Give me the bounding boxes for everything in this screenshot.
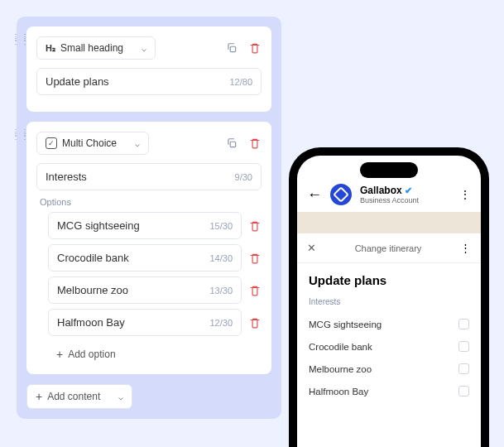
chevron-down-icon: ⌵ — [118, 392, 123, 401]
copy-icon[interactable] — [225, 137, 238, 150]
sheet-heading: Update plans — [309, 273, 469, 287]
option-input[interactable] — [57, 316, 209, 329]
option-input[interactable] — [57, 284, 209, 296]
trash-icon[interactable] — [248, 41, 262, 55]
block-type-label: Multi Choice — [62, 137, 117, 149]
account-name-text: Gallabox — [360, 185, 402, 196]
choice-row[interactable]: MCG sightseeing — [309, 313, 469, 335]
add-option-label: Add option — [68, 348, 115, 360]
question-input-row: 9/30 — [36, 163, 262, 190]
option-input[interactable] — [57, 252, 209, 264]
char-counter: 14/30 — [209, 253, 233, 263]
account-info: Gallabox ✔ Business Account — [360, 185, 451, 204]
char-counter: 15/30 — [209, 221, 233, 231]
drag-handle-icon[interactable]: ⋮⋮⋮⋮ — [12, 130, 22, 138]
form-builder-panel: ⋮⋮⋮⋮ H₂ Small heading ⌵ 12/80 ⋮⋮⋮⋮ — [17, 17, 281, 419]
sheet-header: ✕ Change itinerary ⋮ — [297, 233, 481, 263]
checkbox-icon — [458, 319, 469, 329]
account-subtitle: Business Account — [360, 196, 451, 204]
options-label: Options — [40, 197, 262, 207]
trash-icon[interactable] — [248, 252, 262, 265]
block-type-select[interactable]: ✓ Multi Choice ⌵ — [36, 132, 149, 155]
checkbox-icon — [458, 386, 469, 397]
question-input[interactable] — [46, 171, 235, 183]
account-name: Gallabox ✔ — [360, 185, 451, 196]
checkbox-icon — [458, 341, 469, 352]
heading-input[interactable] — [46, 75, 229, 88]
heading-block: ⋮⋮⋮⋮ H₂ Small heading ⌵ 12/80 — [26, 26, 271, 112]
svg-rect-0 — [230, 46, 235, 51]
option-input[interactable] — [57, 219, 209, 232]
checkbox-icon — [458, 363, 469, 374]
trash-icon[interactable] — [248, 284, 262, 297]
svg-rect-1 — [230, 142, 235, 147]
sheet-title: Change itinerary — [316, 243, 460, 253]
char-counter: 12/80 — [229, 77, 252, 87]
option-input-row: 13/30 — [48, 276, 242, 304]
block-actions — [225, 137, 262, 150]
interests-label: Interests — [309, 297, 469, 306]
copy-icon[interactable] — [225, 41, 238, 55]
choice-row[interactable]: Halfmoon Bay — [309, 380, 469, 402]
menu-dots-icon[interactable]: ⋮ — [460, 242, 471, 254]
option-input-row: 12/30 — [48, 309, 242, 336]
option-input-row: 15/30 — [48, 212, 242, 239]
choice-label: Crocodile bank — [309, 342, 372, 352]
heading-input-row: 12/80 — [36, 68, 262, 95]
option-input-row: 14/30 — [48, 244, 242, 272]
avatar — [330, 184, 352, 205]
back-arrow-icon[interactable]: ← — [307, 186, 322, 204]
verified-icon: ✔ — [405, 185, 412, 196]
phone-frame: ← Gallabox ✔ Business Account ⋮ ✕ Change… — [289, 147, 489, 447]
plus-icon: + — [56, 348, 63, 361]
trash-icon[interactable] — [248, 137, 262, 150]
chevron-down-icon: ⌵ — [142, 44, 146, 53]
option-row: 13/30 — [36, 276, 262, 304]
heading-type-icon: H₂ — [46, 43, 55, 54]
chevron-down-icon: ⌵ — [135, 139, 140, 148]
block-type-select[interactable]: H₂ Small heading ⌵ — [36, 36, 156, 60]
option-row: 14/30 — [36, 244, 262, 272]
menu-dots-icon[interactable]: ⋮ — [459, 188, 471, 201]
choice-label: Halfmoon Bay — [309, 387, 368, 397]
phone-screen: ← Gallabox ✔ Business Account ⋮ ✕ Change… — [297, 156, 481, 447]
add-content-button[interactable]: + Add content ⌵ — [26, 384, 132, 409]
char-counter: 13/30 — [209, 286, 233, 296]
choice-label: Melbourne zoo — [309, 364, 372, 374]
char-counter: 12/30 — [209, 318, 233, 328]
checkbox-icon: ✓ — [46, 137, 57, 149]
plus-icon: + — [36, 390, 42, 403]
option-row: 15/30 — [36, 212, 262, 239]
choice-row[interactable]: Melbourne zoo — [309, 358, 469, 380]
add-content-label: Add content — [47, 391, 100, 402]
choice-label: MCG sightseeing — [309, 320, 382, 329]
choice-row[interactable]: Crocodile bank — [309, 335, 469, 358]
option-row: 12/30 — [36, 309, 262, 336]
drag-handle-icon[interactable]: ⋮⋮⋮⋮ — [12, 35, 22, 43]
close-icon[interactable]: ✕ — [307, 242, 316, 254]
add-option-button[interactable]: + Add option — [36, 341, 262, 364]
multichoice-block: ⋮⋮⋮⋮ ✓ Multi Choice ⌵ 9/30 Options — [26, 122, 271, 374]
trash-icon[interactable] — [248, 316, 262, 329]
sheet-body: Update plans Interests MCG sightseeingCr… — [297, 263, 481, 412]
char-counter: 9/30 — [235, 172, 252, 182]
block-type-label: Small heading — [60, 42, 123, 54]
block-header: H₂ Small heading ⌵ — [36, 36, 262, 60]
phone-notch — [360, 162, 418, 178]
block-header: ✓ Multi Choice ⌵ — [36, 132, 262, 155]
block-actions — [225, 41, 262, 55]
chat-background — [297, 212, 481, 233]
trash-icon[interactable] — [248, 219, 262, 233]
